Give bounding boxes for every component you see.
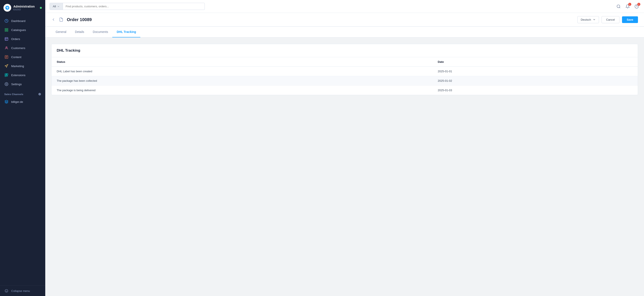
cell-status: The package is being delivered	[52, 86, 432, 95]
catalogues-icon	[4, 28, 8, 32]
app-name: Administration	[13, 5, 35, 8]
page-header: Order 10089 Deutsch Cancel Save	[45, 13, 644, 27]
table-row: DHL Label has been created 2025-01-01	[52, 67, 638, 76]
svg-rect-16	[7, 74, 8, 75]
search-icon-button[interactable]	[616, 3, 622, 9]
tab-general[interactable]: General	[51, 27, 71, 37]
svg-point-1	[7, 7, 8, 8]
sidebar-item-catalogues[interactable]: Catalogues	[0, 25, 45, 34]
document-icon-button[interactable]	[59, 17, 63, 22]
sidebar-item-label: Dashboard	[11, 19, 26, 23]
tracking-table: Status Date DHL Label has been created 2…	[52, 57, 638, 95]
svg-rect-7	[5, 37, 8, 40]
cell-status: DHL Label has been created	[52, 67, 432, 76]
customers-icon	[4, 46, 8, 50]
save-button[interactable]: Save	[622, 16, 638, 23]
cell-action	[579, 76, 638, 86]
tab-documents[interactable]: Documents	[88, 27, 112, 37]
language-select[interactable]: Deutsch	[578, 16, 599, 23]
collapse-icon	[4, 289, 8, 293]
svg-line-21	[620, 7, 620, 8]
svg-rect-5	[5, 30, 6, 31]
tabs-bar: General Details Documents DHL Tracking	[45, 27, 644, 37]
page-title: Order 10089	[67, 17, 574, 22]
sidebar-item-label: Customers	[11, 46, 25, 50]
cancel-button[interactable]: Cancel	[602, 16, 619, 23]
sales-channel-label: billiger.de	[11, 100, 23, 104]
topbar: All 1 1	[45, 0, 644, 13]
search-filter-button[interactable]: All	[50, 3, 63, 10]
cell-date: 2025-01-03	[432, 86, 579, 95]
tracking-card: DHL Tracking Status Date DHL Label has b…	[51, 44, 638, 95]
tracking-card-title: DHL Tracking	[52, 44, 638, 57]
sidebar-item-customers[interactable]: Customers	[0, 43, 45, 52]
svg-point-10	[6, 47, 7, 48]
cell-action	[579, 67, 638, 76]
svg-point-20	[617, 5, 620, 7]
topbar-right: 1 1	[616, 3, 640, 9]
sidebar-item-label: Orders	[11, 37, 20, 41]
add-sales-channel-button[interactable]: ⊕	[38, 92, 41, 96]
extensions-icon	[4, 73, 8, 77]
table-header-row: Status Date	[52, 57, 638, 67]
dhl-tracking-section: DHL Tracking Status Date DHL Label has b…	[45, 37, 644, 102]
sidebar-header: Administration 6.6.9.0	[0, 0, 45, 15]
search-input[interactable]	[63, 3, 204, 10]
table-row: The package is being delivered 2025-01-0…	[52, 86, 638, 95]
cell-action	[579, 86, 638, 95]
sidebar-item-settings[interactable]: Settings	[0, 80, 45, 89]
notifications-button[interactable]: 1	[624, 3, 631, 9]
column-header-status: Status	[52, 57, 432, 67]
sidebar-item-label: Settings	[11, 83, 22, 86]
content-area: General Details Documents DHL Tracking D…	[45, 27, 644, 296]
collapse-menu-button[interactable]: Collapse menu	[0, 286, 45, 296]
svg-rect-4	[7, 28, 8, 29]
svg-rect-17	[5, 75, 6, 77]
content-icon	[4, 55, 8, 59]
app-title-block: Administration 6.6.9.0	[13, 5, 35, 11]
sidebar-item-orders[interactable]: Orders	[0, 34, 45, 43]
svg-point-19	[5, 289, 8, 292]
dashboard-icon	[4, 19, 8, 23]
help-badge: 1	[637, 3, 640, 6]
app-logo	[4, 4, 11, 12]
tab-details[interactable]: Details	[71, 27, 88, 37]
settings-icon	[4, 82, 8, 86]
svg-point-18	[6, 84, 7, 85]
cell-date: 2025-01-02	[432, 76, 579, 86]
tab-dhl-tracking[interactable]: DHL Tracking	[112, 27, 140, 37]
column-header-action	[579, 57, 638, 67]
cell-date: 2025-01-01	[432, 67, 579, 76]
sidebar-item-label: Catalogues	[11, 28, 26, 32]
svg-rect-3	[5, 28, 6, 29]
column-header-date: Date	[432, 57, 579, 67]
app-version: 6.6.9.0	[13, 8, 35, 11]
status-dot	[40, 7, 42, 9]
sidebar-item-label: Extensions	[11, 74, 26, 77]
sidebar-nav: Dashboard Catalogues Orders Customers	[0, 15, 45, 286]
back-button[interactable]	[51, 17, 56, 22]
svg-rect-6	[7, 30, 8, 31]
orders-icon	[4, 37, 8, 41]
sidebar-item-marketing[interactable]: Marketing	[0, 62, 45, 71]
sidebar-item-label: Content	[11, 55, 21, 59]
main-area: All 1 1 Order 10089	[45, 0, 644, 296]
table-row: The package has been collected 2025-01-0…	[52, 76, 638, 86]
help-button[interactable]: 1	[634, 3, 640, 9]
marketing-icon	[4, 64, 8, 68]
page-header-actions: Deutsch Cancel Save	[578, 16, 638, 23]
sidebar-item-extensions[interactable]: Extensions	[0, 71, 45, 80]
search-wrapper: All	[50, 3, 205, 10]
sales-channels-label: Sales Channels ⊕	[0, 89, 45, 97]
sidebar-item-label: Marketing	[11, 65, 24, 68]
sidebar-item-content[interactable]: Content	[0, 52, 45, 62]
sales-channel-icon	[4, 100, 8, 104]
sidebar-item-dashboard[interactable]: Dashboard	[0, 16, 45, 25]
sidebar: Administration 6.6.9.0 Dashboard Catalog…	[0, 0, 45, 296]
notification-badge: 1	[628, 3, 631, 6]
svg-rect-15	[5, 74, 6, 75]
cell-status: The package has been collected	[52, 76, 432, 86]
sidebar-item-billiger[interactable]: billiger.de	[0, 97, 45, 106]
